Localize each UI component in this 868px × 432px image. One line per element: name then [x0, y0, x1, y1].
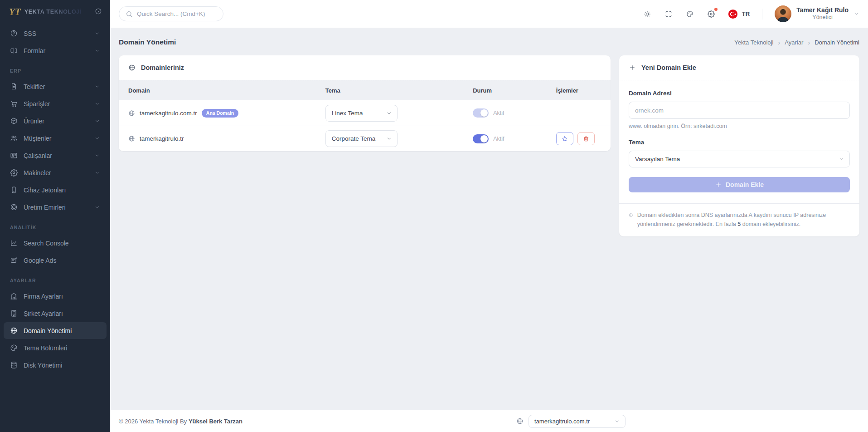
primary-domain-badge: Ana Domain [202, 109, 238, 118]
brand-logo[interactable]: YT YEKTA TEKNOLOJİ [9, 6, 90, 18]
delete-domain-button[interactable] [577, 132, 595, 145]
status-label: Aktif [493, 136, 504, 142]
footer-domain-switcher: tamerkagitrulo.com.tr [516, 415, 626, 428]
globe-icon [516, 417, 524, 425]
domain-address-label: Domain Adresi [629, 90, 850, 97]
sidebar-item-uretim-emirleri[interactable]: Üretim Emirleri [4, 199, 107, 216]
chevron-down-icon [853, 11, 859, 17]
plus-icon [629, 64, 636, 71]
sidebar-item-formlar[interactable]: Formlar [4, 42, 107, 59]
domains-card: Domainleriniz Domain Tema Durum İşlemler… [119, 55, 611, 151]
breadcrumb-ayarlar[interactable]: Ayarlar [785, 39, 803, 46]
sidebar-collapse-button[interactable] [94, 7, 103, 16]
form-input-icon [10, 47, 18, 54]
sidebar-item-sirket-ayarlari[interactable]: Şirket Ayarları [4, 305, 107, 322]
avatar [775, 5, 791, 22]
domain-cell: tamerkagitrulo.com.trAna Domain [119, 109, 325, 118]
sidebar-item-urunler[interactable]: Ürünler [4, 113, 107, 129]
dns-note: Domain ekledikten sonra DNS ayarlarınızd… [619, 203, 859, 236]
building-icon [10, 292, 18, 300]
fullscreen-button[interactable] [664, 10, 673, 19]
sidebar: YT YEKTA TEKNOLOJİ SSSFormlarERPTeklifle… [0, 0, 110, 432]
sidebar-item-label: Google Ads [24, 257, 100, 264]
chevron-down-icon [853, 11, 859, 17]
settings-button[interactable] [707, 10, 716, 19]
target-icon [10, 203, 18, 211]
sidebar-item-calisanlar[interactable]: Çalışanlar [4, 147, 107, 164]
chevron-down-icon [94, 152, 100, 158]
database-icon [10, 361, 18, 369]
breadcrumb-home[interactable]: Yekta Teknoloji [734, 39, 773, 46]
id-card-icon [10, 152, 18, 159]
row-theme-select-input[interactable]: Linex Tema [325, 105, 398, 122]
theme-toggle-button[interactable] [643, 10, 652, 19]
users-icon [10, 134, 18, 142]
column-durum: Durum [473, 87, 552, 94]
nav-section-analitik: ANALİTİK [0, 216, 110, 234]
toggle-knob [480, 135, 488, 142]
plus-icon [715, 181, 722, 188]
sidebar-item-disk-yonetimi[interactable]: Disk Yönetimi [4, 357, 107, 373]
nav-section-erp: ERP [0, 59, 110, 78]
sidebar-item-label: Formlar [24, 47, 88, 54]
sidebar-item-label: Şirket Ayarları [24, 310, 100, 317]
search-box[interactable] [119, 6, 223, 21]
globe-icon [516, 417, 524, 425]
sidebar-item-teklifler[interactable]: Teklifler [4, 78, 107, 95]
chevron-down-icon [94, 101, 100, 107]
sidebar-item-tema-bolumleri[interactable]: Tema Bölümleri [4, 339, 107, 356]
status-toggle[interactable] [473, 134, 489, 143]
search-icon [126, 10, 133, 18]
status-cell: Aktif [473, 134, 552, 143]
sidebar-item-label: Teklifler [24, 83, 88, 90]
sidebar-item-makineler[interactable]: Makineler [4, 164, 107, 181]
row-theme-select-input[interactable]: Corporate Tema [325, 130, 398, 147]
customizer-button[interactable] [685, 10, 694, 19]
actions-cell [552, 132, 611, 145]
topbar-divider [762, 9, 762, 20]
office-icon [10, 309, 18, 317]
sidebar-item-firma-ayarlari[interactable]: Firma Ayarları [4, 288, 107, 304]
row-theme-select: Linex Tema [325, 105, 398, 122]
footer-domain-select: tamerkagitrulo.com.tr [529, 415, 626, 428]
domain-name: tamerkagitrulo.com.tr [140, 110, 197, 117]
status-toggle[interactable] [473, 108, 489, 118]
table-row: tamerkagitrulo.com.trAna DomainLinex Tem… [119, 100, 611, 126]
notification-dot [714, 8, 718, 11]
domain-address-input[interactable] [629, 102, 850, 119]
sidebar-item-label: Ürünler [24, 118, 88, 125]
sidebar-item-label: Tema Bölümleri [24, 344, 100, 352]
plus-icon [715, 181, 722, 188]
sidebar-item-sss[interactable]: SSS [4, 25, 107, 42]
sidebar-item-cihaz-jetonlari[interactable]: Cihaz Jetonları [4, 182, 107, 198]
sidebar-item-label: Disk Yönetimi [24, 362, 100, 369]
sidebar-item-google-ads[interactable]: Google Ads [4, 252, 107, 269]
sidebar-item-domain-yonetimi[interactable]: Domain Yönetimi [4, 322, 107, 339]
theme-cell: Corporate Tema [325, 130, 473, 147]
table-header: Domain Tema Durum İşlemler [119, 80, 611, 100]
sidebar-item-label: SSS [24, 30, 88, 37]
add-domain-button[interactable]: Domain Ekle [629, 177, 850, 192]
page-title: Domain Yönetimi [119, 38, 176, 46]
sidebar-item-siparisler[interactable]: Siparişler [4, 95, 107, 112]
cog-icon [10, 169, 18, 177]
sidebar-item-search-console[interactable]: Search Console [4, 235, 107, 251]
user-menu[interactable]: Tamer Kağıt Rulo Yönetici [775, 5, 859, 22]
globe-icon [128, 64, 136, 71]
circle-dot-icon [95, 8, 102, 15]
domain-cell: tamerkagitrulo.tr [119, 135, 325, 142]
domains-card-header: Domainleriniz [119, 55, 611, 80]
search-input[interactable] [137, 10, 217, 17]
brand-monogram: YT [9, 6, 21, 18]
favorite-domain-button[interactable] [556, 132, 573, 145]
circle-dot-icon [95, 8, 102, 15]
language-switcher[interactable]: TR [728, 9, 750, 19]
info-icon [629, 211, 633, 218]
table-body: tamerkagitrulo.com.trAna DomainLinex Tem… [119, 100, 611, 151]
sidebar-item-label: Makineler [24, 169, 88, 177]
sidebar-item-musteriler[interactable]: Müşteriler [4, 130, 107, 147]
footer-domain-select-input[interactable]: tamerkagitrulo.com.tr [529, 415, 626, 428]
gear-icon [708, 10, 715, 18]
sidebar-item-label: Siparişler [24, 100, 88, 108]
new-domain-theme-select-input[interactable]: Varsayılan Tema [629, 151, 850, 167]
